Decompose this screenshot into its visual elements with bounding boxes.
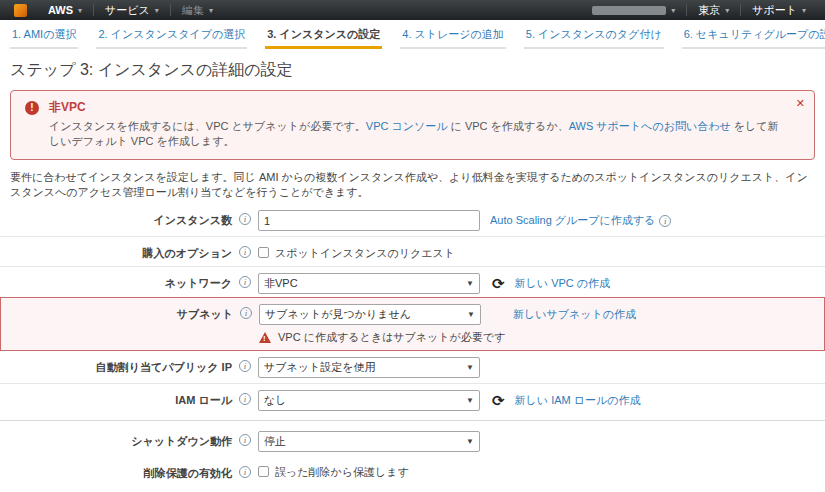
subnet-warning-text: VPC に作成するときはサブネットが必要です	[278, 330, 505, 345]
refresh-icon[interactable]: ⟳	[492, 393, 505, 408]
info-icon[interactable]: i	[239, 213, 251, 225]
top-navbar: AWS ▾ サービス ▾ 編集 ▾ ▾ 東京 ▾ サポート ▾	[0, 0, 825, 20]
info-icon[interactable]: i	[239, 246, 251, 258]
refresh-icon[interactable]: ⟳	[492, 276, 505, 291]
info-icon[interactable]: i	[240, 307, 252, 319]
alert-text: に VPC を作成するか、	[448, 120, 569, 132]
info-icon[interactable]: i	[239, 393, 251, 405]
tab-add-storage[interactable]: 4. ストレージの追加	[400, 27, 506, 49]
vpc-error-alert: ! 非VPC インスタンスを作成するには、VPC とサブネットが必要です。VPC…	[10, 90, 815, 160]
chevron-down-icon: ▾	[802, 6, 806, 15]
form-row-shutdown: シャットダウン動作 i 停止 ▼	[0, 421, 825, 457]
auto-scaling-link[interactable]: Auto Scaling グループに作成する	[490, 213, 655, 228]
nav-menu-aws-label: AWS	[48, 4, 73, 16]
tab-tag-instance[interactable]: 5. インスタンスのタグ付け	[524, 27, 664, 49]
nav-menu-edit[interactable]: 編集 ▾	[171, 0, 224, 20]
chevron-down-icon: ▾	[671, 6, 675, 15]
select-arrow-icon: ▼	[467, 310, 475, 319]
tab-configure-instance[interactable]: 3. インスタンスの設定	[265, 27, 382, 49]
network-select[interactable]: 非VPC ▼	[258, 273, 480, 294]
create-iam-role-link[interactable]: 新しい IAM ロールの作成	[515, 393, 641, 408]
select-arrow-icon: ▼	[466, 396, 474, 405]
warning-triangle-icon: !	[259, 332, 271, 343]
chevron-down-icon: ▾	[78, 6, 82, 15]
form-row-purchase-option: 購入のオプション i スポットインスタンスのリクエスト	[0, 237, 825, 267]
chevron-down-icon: ▾	[155, 6, 159, 15]
tab-ami-selection[interactable]: 1. AMIの選択	[10, 27, 78, 49]
shutdown-select[interactable]: 停止 ▼	[258, 431, 480, 452]
form-row-monitoring: モニタリング i CloudWatch 詳細モニタリングを有効化 追加の変更が適…	[0, 486, 825, 492]
select-arrow-icon: ▼	[466, 437, 474, 446]
info-icon[interactable]: i	[659, 215, 671, 227]
iam-role-select[interactable]: なし ▼	[258, 390, 480, 411]
info-icon[interactable]: i	[239, 434, 251, 446]
nav-menu-support[interactable]: サポート ▾	[741, 0, 817, 20]
tab-security-group[interactable]: 6. セキュリティグループの設定	[682, 27, 825, 49]
navbar-right: ▾ 東京 ▾ サポート ▾	[581, 0, 817, 20]
form-row-network: ネットワーク i 非VPC ▼ ⟳ 新しい VPC の作成	[0, 267, 825, 297]
form-row-termination-protection: 削除保護の有効化 i 誤った削除から保護します	[0, 457, 825, 486]
shutdown-label: シャットダウン動作	[0, 430, 232, 449]
termination-protection-checkbox[interactable]	[258, 466, 269, 477]
nav-menu-aws[interactable]: AWS ▾	[37, 0, 93, 20]
form-row-subnet: サブネット i サブネットが見つかりません ▼ 新しいサブネットの作成 ! VP…	[0, 297, 825, 351]
create-vpc-link[interactable]: 新しい VPC の作成	[515, 276, 611, 291]
auto-ip-select[interactable]: サブネット設定を使用 ▼	[258, 357, 480, 378]
user-name-redacted	[592, 6, 666, 15]
spot-instance-checkbox[interactable]	[258, 247, 269, 258]
instance-count-label: インスタンス数	[0, 209, 232, 228]
nav-menu-region-label: 東京	[698, 3, 720, 18]
select-arrow-icon: ▼	[466, 363, 474, 372]
vpc-console-link[interactable]: VPC コンソール	[366, 120, 448, 132]
wizard-tabbar: 1. AMIの選択 2. インスタンスタイプの選択 3. インスタンスの設定 4…	[0, 20, 825, 49]
aws-logo-icon[interactable]	[14, 4, 27, 17]
nav-menu-region[interactable]: 東京 ▾	[687, 0, 740, 20]
tab-instance-type[interactable]: 2. インスタンスタイプの選択	[96, 27, 247, 49]
subnet-label: サブネット	[1, 303, 233, 322]
info-icon[interactable]: i	[239, 276, 251, 288]
page-title: ステップ 3: インスタンスの詳細の設定	[10, 60, 815, 81]
instance-count-input[interactable]	[258, 210, 480, 231]
alert-title: 非VPC	[49, 99, 86, 116]
termination-protection-checkbox-label: 誤った削除から保護します	[275, 466, 409, 478]
form-row-auto-ip: 自動割り当てパブリック IP i サブネット設定を使用 ▼	[0, 351, 825, 384]
iam-role-label: IAM ロール	[0, 389, 232, 408]
chevron-down-icon: ▾	[725, 6, 729, 15]
select-arrow-icon: ▼	[466, 279, 474, 288]
subnet-select[interactable]: サブネットが見つかりません ▼	[259, 304, 481, 325]
purchase-option-label: 購入のオプション	[0, 242, 232, 261]
close-icon[interactable]: ✕	[796, 97, 805, 110]
alert-message: インスタンスを作成するには、VPC とサブネットが必要です。VPC コンソール …	[49, 119, 784, 149]
shutdown-select-value: 停止	[264, 434, 286, 449]
iam-role-select-value: なし	[264, 393, 287, 408]
subnet-select-value: サブネットが見つかりません	[265, 307, 411, 322]
error-icon: !	[25, 101, 39, 115]
info-icon[interactable]: i	[239, 360, 251, 372]
termination-protection-label: 削除保護の有効化	[0, 462, 232, 481]
nav-menu-services[interactable]: サービス ▾	[94, 0, 170, 20]
form-row-instance-count: インスタンス数 i Auto Scaling グループに作成する i	[0, 204, 825, 237]
nav-menu-support-label: サポート	[752, 3, 797, 18]
spot-instance-checkbox-label: スポットインスタンスのリクエスト	[275, 247, 455, 259]
alert-text: インスタンスを作成するには、VPC とサブネットが必要です。	[49, 120, 366, 132]
auto-ip-label: 自動割り当てパブリック IP	[0, 356, 232, 375]
nav-menu-user[interactable]: ▾	[581, 0, 686, 20]
info-icon[interactable]: i	[239, 466, 251, 478]
nav-menu-edit-label: 編集	[182, 3, 204, 18]
intro-text: 要件に合わせてインスタンスを設定します。同じ AMI からの複数インスタンス作成…	[10, 170, 815, 200]
aws-support-link[interactable]: AWS サポートへのお問い合わせ	[569, 120, 731, 132]
chevron-down-icon: ▾	[209, 6, 213, 15]
nav-menu-services-label: サービス	[105, 3, 150, 18]
create-subnet-link[interactable]: 新しいサブネットの作成	[513, 307, 636, 322]
form-row-iam-role: IAM ロール i なし ▼ ⟳ 新しい IAM ロールの作成	[0, 384, 825, 421]
network-label: ネットワーク	[0, 272, 232, 291]
network-select-value: 非VPC	[264, 276, 298, 291]
auto-ip-select-value: サブネット設定を使用	[264, 360, 376, 375]
